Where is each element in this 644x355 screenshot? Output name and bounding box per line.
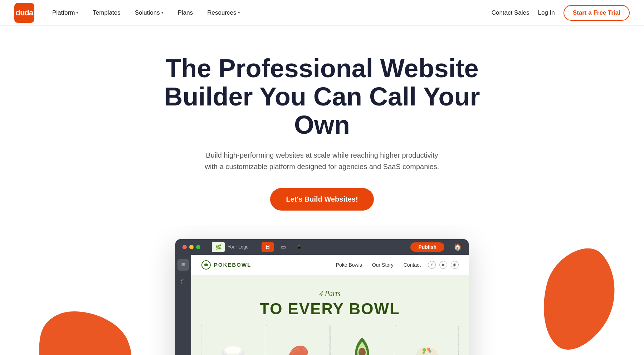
mobile-icon: 📱	[296, 244, 302, 250]
site-nav-poke-bowls[interactable]: Poké Bowls	[336, 262, 362, 268]
salmon-image	[282, 332, 314, 355]
site-nav-links: Poké Bowls Our Story Contact	[336, 262, 421, 268]
chevron-down-icon: ▾	[76, 10, 78, 15]
mockup-section: 🌿 Your Logo 🖥 ▭ 📱 Publish 🏠	[0, 225, 644, 355]
browser-chrome: 🌿 Your Logo 🖥 ▭ 📱 Publish 🏠	[175, 239, 469, 255]
minimize-window-dot	[189, 245, 194, 249]
hero-cta-button[interactable]: Let's Build Websites!	[270, 188, 374, 211]
site-hero-title: TO EVERY BOWL	[201, 300, 459, 318]
close-window-dot	[182, 245, 187, 249]
food-item-salmon	[266, 325, 330, 355]
avocado-image	[346, 330, 378, 355]
site-thumbnail: 🌿	[212, 242, 225, 252]
builder-logo-area: 🌿 Your Logo	[212, 242, 249, 252]
svg-point-17	[429, 350, 431, 352]
toppings-image	[411, 332, 443, 355]
browser-mockup: 🌿 Your Logo 🖥 ▭ 📱 Publish 🏠	[175, 239, 469, 355]
svg-point-5	[229, 349, 232, 350]
decorative-blob-left	[36, 308, 136, 355]
layers-tool[interactable]: ≡	[177, 259, 189, 271]
food-item-avocado	[330, 325, 394, 355]
main-nav: duda Platform ▾ Templates Solutions ▾ Pl…	[0, 0, 644, 26]
rice-bowl-image	[217, 332, 249, 355]
contact-sales-link[interactable]: Contact Sales	[492, 9, 530, 16]
desktop-icon: 🖥	[265, 244, 270, 250]
site-nav-our-story[interactable]: Our Story	[372, 262, 394, 268]
svg-point-18	[423, 352, 425, 354]
svg-point-16	[425, 347, 427, 349]
logo-text: duda	[16, 8, 33, 18]
builder-sidebar: ≡ 🎓	[175, 255, 191, 355]
youtube-icon[interactable]: ▶	[439, 261, 447, 269]
site-hero-area: 4 Parts TO EVERY BOWL	[191, 275, 469, 325]
nav-item-solutions[interactable]: Solutions ▾	[128, 6, 170, 20]
food-items-grid	[191, 325, 469, 355]
site-social-icons: f ▶ ◉	[428, 261, 459, 269]
hero-heading: The Professional Website Builder You Can…	[161, 54, 483, 139]
nav-item-resources[interactable]: Resources ▾	[201, 6, 246, 20]
food-item-toppings	[395, 325, 459, 355]
nav-left: duda Platform ▾ Templates Solutions ▾ Pl…	[14, 3, 247, 23]
chevron-down-icon: ▾	[238, 10, 240, 15]
tablet-icon: ▭	[281, 244, 286, 250]
svg-point-13	[416, 347, 437, 355]
hero-section: The Professional Website Builder You Can…	[0, 26, 644, 225]
instagram-icon[interactable]: ◉	[451, 261, 459, 269]
add-widget-tool[interactable]: 🎓	[177, 275, 189, 286]
widget-icon: 🎓	[180, 277, 187, 284]
website-preview: POKEBOWL Poké Bowls Our Story Contact f …	[175, 255, 469, 355]
layers-icon: ≡	[181, 261, 185, 268]
logo[interactable]: duda	[14, 3, 34, 23]
site-nav-contact[interactable]: Contact	[404, 262, 421, 268]
log-in-link[interactable]: Log In	[538, 9, 555, 16]
svg-point-7	[231, 347, 234, 348]
site-logo: POKEBOWL	[201, 260, 251, 270]
site-name-in-toolbar: Your Logo	[228, 244, 249, 250]
nav-item-templates[interactable]: Templates	[86, 6, 127, 20]
svg-point-11	[360, 350, 362, 353]
tablet-view-button[interactable]: ▭	[277, 242, 289, 252]
view-toggle-group: 🖥 ▭ 📱	[262, 242, 305, 252]
hero-subtext: Build high-performing websites at scale …	[200, 149, 444, 172]
nav-links: Platform ▾ Templates Solutions ▾ Plans R…	[46, 6, 247, 20]
publish-button[interactable]: Publish	[410, 242, 444, 252]
site-logo-text: POKEBOWL	[214, 262, 251, 268]
mobile-view-button[interactable]: 📱	[293, 242, 305, 252]
chevron-down-icon: ▾	[161, 10, 164, 15]
nav-item-plans[interactable]: Plans	[171, 6, 200, 20]
site-hero-subtitle: 4 Parts	[201, 290, 459, 298]
nav-right: Contact Sales Log In Start a Free Trial	[492, 5, 630, 21]
nav-item-platform[interactable]: Platform ▾	[46, 6, 85, 20]
facebook-icon[interactable]: f	[428, 261, 436, 269]
browser-window-controls	[182, 245, 200, 249]
maximize-window-dot	[196, 245, 200, 249]
food-item-rice	[201, 325, 265, 355]
decorative-blob-right	[537, 239, 615, 355]
start-trial-button[interactable]: Start a Free Trial	[564, 5, 630, 21]
desktop-view-button[interactable]: 🖥	[262, 242, 274, 252]
site-nav-bar: POKEBOWL Poké Bowls Our Story Contact f …	[191, 255, 469, 275]
home-icon[interactable]: 🏠	[454, 243, 462, 251]
svg-point-6	[234, 348, 236, 349]
site-logo-icon	[201, 260, 211, 270]
